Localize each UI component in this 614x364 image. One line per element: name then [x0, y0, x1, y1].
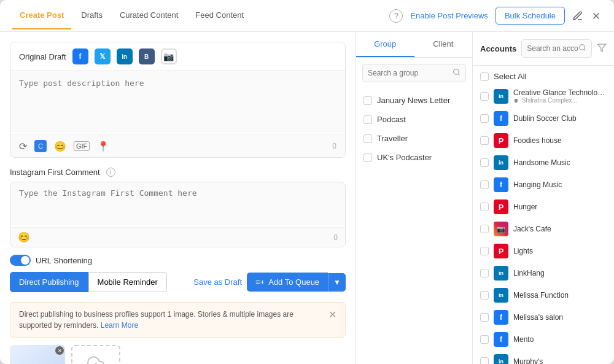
account-item-hanging-music[interactable]: f Hanging Music: [473, 174, 614, 196]
account-item-dublin-soccer[interactable]: f Dublin Soccer Club: [473, 107, 614, 130]
account-item-murphys[interactable]: in Murphy's: [473, 350, 614, 364]
platform-instagram-icon[interactable]: 📷: [161, 48, 177, 64]
account-checkbox-creative-glance[interactable]: [480, 92, 489, 101]
add-queue-dropdown-button[interactable]: ▼: [328, 273, 346, 292]
account-checkbox-murphys[interactable]: [480, 357, 489, 364]
comment-char-count: 0: [333, 233, 338, 242]
group-list: January News Letter Podcast Traveller UK…: [356, 88, 472, 169]
svg-line-6: [584, 49, 585, 50]
draft-section: Original Draft f 𝕏 in B 📷 ⟳ C 😊 GIF 📍: [10, 42, 346, 158]
learn-more-link[interactable]: Learn More: [101, 321, 138, 330]
account-item-creative-glance[interactable]: in Creative Glance Technologies Shilratn…: [473, 85, 614, 107]
mobile-reminder-tab[interactable]: Mobile Reminder: [88, 272, 167, 292]
gif-icon[interactable]: GIF: [74, 141, 90, 151]
account-name-handsome-music: Handsome Music: [513, 158, 607, 167]
account-logo-handsome-music: in: [494, 155, 508, 170]
repost-icon[interactable]: ⟳: [19, 141, 27, 152]
upload-cloud-icon: [87, 355, 104, 364]
tab-feed-content[interactable]: Feed Content: [188, 2, 251, 29]
tips-remove-button[interactable]: ✕: [55, 346, 64, 355]
draft-header: Original Draft f 𝕏 in B 📷: [10, 42, 345, 71]
account-checkbox-dublin-soccer[interactable]: [480, 114, 489, 123]
info-icon[interactable]: i: [106, 168, 115, 177]
direct-publishing-tab[interactable]: Direct Publishing: [10, 272, 88, 292]
group-search-input[interactable]: [368, 69, 453, 77]
help-icon[interactable]: ?: [389, 9, 403, 23]
tab-create-post[interactable]: Create Post: [12, 2, 71, 29]
account-item-handsome-music[interactable]: in Handsome Music: [473, 152, 614, 174]
group-checkbox-january[interactable]: [363, 96, 372, 105]
groups-panel: Group Client January News Letter: [356, 32, 473, 364]
group-item-january[interactable]: January News Letter: [356, 91, 472, 110]
platform-buffer-icon[interactable]: B: [139, 48, 155, 64]
close-warning-button[interactable]: ✕: [328, 309, 336, 320]
group-checkbox-uk-podcaster[interactable]: [363, 153, 372, 162]
account-checkbox-melissas-salon[interactable]: [480, 313, 489, 322]
account-search-input[interactable]: [527, 44, 578, 53]
tab-client[interactable]: Client: [414, 32, 473, 57]
account-item-melissa-function[interactable]: in Melissa Function: [473, 284, 614, 306]
tab-curated-content[interactable]: Curated Content: [112, 2, 185, 29]
emoji-icon[interactable]: 😊: [54, 141, 66, 152]
tab-group[interactable]: Group: [356, 32, 414, 57]
account-item-mento[interactable]: f Mento: [473, 328, 614, 350]
group-search-box: [362, 64, 466, 82]
accounts-panel: Accounts: [473, 32, 614, 364]
url-shortening-toggle[interactable]: [10, 255, 31, 266]
add-to-queue-button[interactable]: ≡+ Add To Queue: [247, 273, 328, 292]
select-all-row[interactable]: Select All: [473, 68, 614, 85]
platform-twitter-icon[interactable]: 𝕏: [95, 48, 111, 64]
location-icon[interactable]: 📍: [97, 141, 109, 152]
group-checkbox-traveller[interactable]: [363, 134, 372, 143]
edit-icon-button[interactable]: [572, 10, 583, 21]
account-name-mento: Mento: [513, 335, 607, 344]
enable-previews-link[interactable]: Enable Post Previews: [410, 11, 488, 20]
save-draft-button[interactable]: Save as Draft: [193, 277, 242, 287]
account-checkbox-jacks-cafe[interactable]: [480, 225, 489, 233]
post-textarea[interactable]: [10, 71, 345, 133]
account-name-lights: Lights: [513, 247, 607, 255]
accounts-title: Accounts: [480, 44, 516, 53]
account-item-linkhang[interactable]: in LinkHang: [473, 262, 614, 284]
warning-banner: Direct publishing to business profiles s…: [10, 302, 346, 338]
account-checkbox-lights[interactable]: [480, 247, 489, 255]
account-item-foodies-house[interactable]: P Foodies house: [473, 130, 614, 152]
account-info-dublin-soccer: Dublin Soccer Club: [513, 114, 607, 123]
platform-facebook-icon[interactable]: f: [72, 48, 88, 64]
accounts-list: Select All in Creative Glance Technologi…: [473, 66, 614, 364]
account-checkbox-hunger[interactable]: [480, 203, 489, 211]
group-item-uk-podcaster[interactable]: UK's Podcaster: [356, 148, 472, 167]
account-checkbox-mento[interactable]: [480, 335, 489, 344]
account-item-lights[interactable]: P Lights: [473, 240, 614, 262]
group-item-traveller[interactable]: Traveller: [356, 129, 472, 148]
account-checkbox-hanging-music[interactable]: [480, 180, 489, 189]
comment-textarea[interactable]: [10, 182, 345, 225]
account-item-hunger[interactable]: P Hunger: [473, 196, 614, 218]
account-logo-lights: P: [494, 244, 508, 258]
account-item-jacks-cafe[interactable]: 📷 Jack's Cafe: [473, 218, 614, 240]
account-checkbox-melissa-function[interactable]: [480, 291, 489, 300]
account-checkbox-linkhang[interactable]: [480, 269, 489, 277]
account-item-melissas-salon[interactable]: f Melissa's salon: [473, 306, 614, 328]
account-info-hanging-music: Hanging Music: [513, 180, 607, 189]
filter-icon[interactable]: [597, 43, 607, 55]
select-all-checkbox[interactable]: [480, 72, 489, 81]
account-checkbox-handsome-music[interactable]: [480, 158, 489, 167]
upload-area[interactable]: [71, 345, 120, 364]
tab-drafts[interactable]: Drafts: [74, 2, 110, 29]
account-checkbox-foodies-house[interactable]: [480, 136, 489, 145]
group-item-podcast[interactable]: Podcast: [356, 110, 472, 129]
url-shortening-row: URL Shortening: [10, 255, 346, 266]
svg-line-4: [458, 74, 459, 75]
account-search-icon: [578, 44, 586, 53]
platform-linkedin-icon[interactable]: in: [117, 48, 133, 64]
close-button[interactable]: [591, 10, 602, 21]
buffer-icon[interactable]: C: [34, 140, 47, 152]
nav-right: ? Enable Post Previews Bulk Schedule: [389, 7, 602, 25]
comment-toolbar: 😊 0: [10, 227, 345, 247]
comment-emoji-icon[interactable]: 😊: [18, 231, 30, 243]
account-info-melissas-salon: Melissa's salon: [513, 313, 607, 322]
bulk-schedule-button[interactable]: Bulk Schedule: [495, 7, 565, 25]
group-checkbox-podcast[interactable]: [363, 115, 372, 124]
account-info-murphys: Murphy's: [513, 357, 607, 364]
